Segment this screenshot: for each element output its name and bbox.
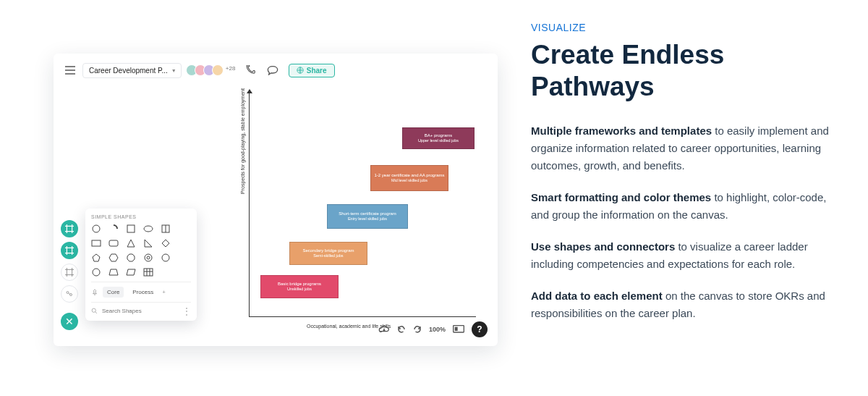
undo-icon[interactable] [397, 325, 406, 334]
status-bar: 100% ? [378, 321, 488, 337]
svg-rect-6 [127, 225, 135, 232]
svg-point-11 [145, 254, 152, 261]
shapes-panel: SIMPLE SHAPES [85, 208, 197, 321]
redo-icon[interactable] [413, 325, 422, 334]
search-shapes-input[interactable] [102, 308, 178, 314]
step-line1: 1-2 year certificate and AA programs [374, 173, 444, 179]
shape-trapezoid-icon[interactable] [109, 267, 119, 277]
shape-row [91, 238, 191, 248]
app-window: Career Development P... ▼ +28 Share Pros… [54, 54, 498, 346]
svg-point-5 [93, 225, 100, 232]
shape-ring-icon[interactable] [143, 253, 153, 263]
shape-circle-icon[interactable] [91, 224, 101, 234]
chart-y-axis-label: Prospects for good-playing, stable emplo… [240, 88, 245, 194]
paragraph-3: Use shapes and connectors to visualize a… [531, 238, 835, 273]
freehand-tool-button[interactable] [61, 285, 78, 303]
tab-core[interactable]: Core [103, 287, 124, 298]
shape-arc-icon[interactable] [109, 224, 119, 234]
shape-triangle-icon[interactable] [126, 238, 136, 248]
shape-row [91, 224, 191, 234]
chevron-down-icon: ▼ [171, 68, 176, 73]
search-icon [91, 307, 98, 315]
shape-table-icon[interactable] [143, 267, 153, 277]
eyebrow-label: VISUALIZE [531, 22, 835, 33]
svg-rect-2 [455, 327, 458, 331]
shapes-panel-header: SIMPLE SHAPES [91, 214, 191, 219]
headline: Create Endless Pathways [531, 39, 835, 102]
collaborator-avatars[interactable]: +28 [189, 64, 237, 76]
marketing-copy: VISUALIZE Create Endless Pathways Multip… [531, 22, 835, 337]
shape-search: ⋮ [91, 302, 191, 315]
career-step-box[interactable]: Secondary bridge programSemi-skilled job… [289, 242, 367, 265]
tab-process[interactable]: Process [128, 287, 158, 298]
chart-y-axis [249, 90, 250, 317]
svg-point-14 [93, 269, 100, 276]
tool-rail: ✕ [61, 220, 78, 330]
document-title-dropdown[interactable]: Career Development P... ▼ [82, 63, 182, 78]
svg-point-12 [147, 256, 150, 259]
step-line1: Basic bridge programs [278, 282, 321, 287]
top-bar: Career Development P... ▼ +28 Share [62, 62, 335, 78]
paragraph-2: Smart formatting and color themes to hig… [531, 189, 835, 224]
shape-diamond-icon[interactable] [161, 238, 171, 248]
svg-point-13 [162, 254, 169, 261]
step-line2: Unskilled jobs [287, 287, 312, 292]
document-title: Career Development P... [89, 67, 168, 75]
step-line2: Semi-skilled jobs [313, 253, 343, 258]
paragraph-4: Add data to each element on the canvas t… [531, 287, 835, 322]
shape-category-tabs: Core Process + [91, 282, 191, 298]
shape-rectangle-icon[interactable] [91, 238, 101, 248]
paragraph-4-bold: Add data to each element [531, 290, 663, 302]
share-button-label: Share [307, 67, 327, 75]
presentation-icon[interactable] [453, 325, 464, 334]
career-step-box[interactable]: Basic bridge programsUnskilled jobs [260, 275, 339, 298]
hamburger-icon[interactable] [62, 62, 78, 78]
step-line2: Upper level skilled jobs [418, 138, 459, 143]
step-line1: Short-term certificate program [339, 211, 396, 217]
svg-point-16 [92, 308, 95, 312]
avatar-overflow-count: +28 [225, 64, 237, 76]
shape-square-icon[interactable] [126, 224, 136, 234]
chart-x-axis [249, 316, 476, 317]
step-line1: BA+ programs [425, 133, 453, 139]
frame-tool-alt-button[interactable] [61, 242, 78, 259]
paragraph-1-bold: Multiple frameworks and templates [531, 125, 712, 137]
grid-tool-button[interactable] [61, 264, 78, 281]
step-line2: Entry level skilled jobs [348, 216, 387, 222]
paragraph-2-bold: Smart formatting and color themes [531, 191, 711, 203]
add-tab-button[interactable]: + [162, 289, 166, 295]
close-rail-button[interactable]: ✕ [61, 313, 78, 330]
svg-rect-15 [144, 269, 153, 276]
career-step-box[interactable]: BA+ programsUpper level skilled jobs [402, 127, 475, 149]
shape-row [91, 253, 191, 263]
step-line1: Secondary bridge program [302, 248, 354, 254]
shape-ellipse-icon[interactable] [143, 224, 153, 234]
svg-rect-9 [92, 240, 101, 246]
call-icon[interactable] [244, 63, 258, 77]
paragraph-3-bold: Use shapes and connectors [531, 240, 675, 253]
shape-cylinder-icon[interactable] [161, 224, 171, 234]
shape-row [91, 267, 191, 277]
zoom-level[interactable]: 100% [429, 326, 446, 333]
shape-parallelogram-icon[interactable] [126, 267, 136, 277]
paragraph-1: Multiple frameworks and templates to eas… [531, 122, 835, 174]
share-button[interactable]: Share [289, 64, 335, 77]
pin-icon[interactable] [91, 289, 98, 296]
shape-octagon-icon[interactable] [126, 253, 136, 263]
avatar [212, 64, 224, 76]
shape-pentagon-icon[interactable] [91, 253, 101, 263]
shape-rounded-rect-icon[interactable] [109, 238, 119, 248]
frame-tool-button[interactable] [61, 220, 78, 237]
svg-point-7 [144, 226, 153, 232]
career-step-box[interactable]: 1-2 year certificate and AA programsMid … [370, 165, 448, 191]
step-line2: Mid level skilled jobs [391, 178, 427, 183]
cloud-sync-icon[interactable] [378, 325, 390, 334]
shape-circle-alt-icon[interactable] [161, 253, 171, 263]
svg-rect-10 [109, 240, 118, 246]
shape-right-triangle-icon[interactable] [143, 238, 153, 248]
shape-circle2-icon[interactable] [91, 267, 101, 277]
career-step-box[interactable]: Short-term certificate programEntry leve… [327, 204, 408, 229]
comment-icon[interactable] [265, 63, 280, 77]
help-button[interactable]: ? [472, 321, 488, 337]
shape-hexagon-icon[interactable] [109, 253, 119, 263]
